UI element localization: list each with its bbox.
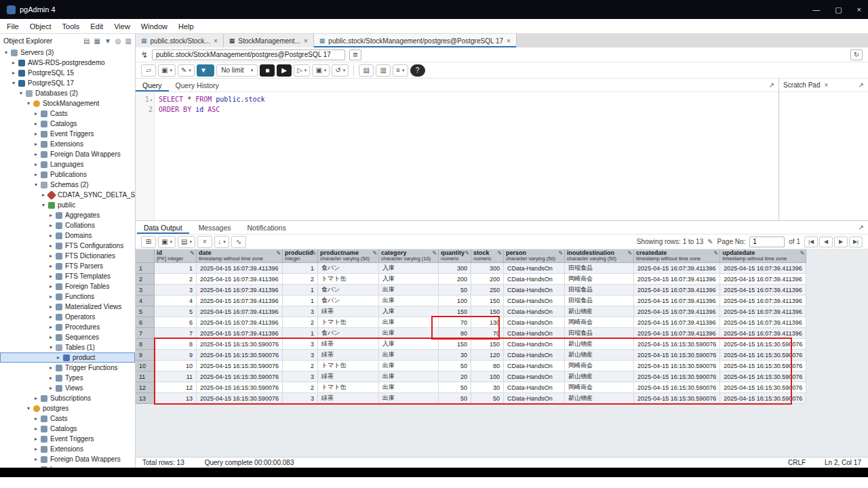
table-cell[interactable]: CData-HandsOn (504, 285, 565, 296)
expander-icon[interactable]: ▸ (33, 169, 39, 180)
execute-button[interactable]: ▶ (277, 64, 292, 77)
table-cell[interactable]: 田端食品 (565, 296, 634, 306)
expander-icon[interactable]: ▸ (47, 251, 54, 261)
table-cell[interactable]: 2025-04-15 16:07:39.411396 (634, 328, 720, 339)
table-cell[interactable]: 2025-04-15 16:15:30.590076 (197, 339, 283, 350)
reload-button[interactable]: ↻ (850, 49, 863, 60)
expander-icon[interactable]: ▸ (33, 424, 39, 434)
expand-editor-icon[interactable]: ↗ (769, 81, 774, 89)
tree-item-domains[interactable]: ▸Domains (0, 230, 135, 241)
sql-editor[interactable]: 1▾2 SELECT * FROM public.stockORDER BY i… (136, 92, 778, 220)
edit-column-icon[interactable]: ✎ (465, 251, 469, 256)
server-icon[interactable]: ▤ (83, 37, 90, 45)
table-cell[interactable]: 100 (471, 371, 504, 382)
column-header-productid[interactable]: productidinteger✎ (283, 249, 318, 263)
menu-help[interactable]: Help (178, 22, 194, 30)
help-button[interactable]: ? (410, 64, 425, 77)
expander-icon[interactable]: ▸ (33, 444, 39, 454)
expander-icon[interactable]: ▸ (33, 434, 39, 444)
filter-icon[interactable]: ▼ (104, 37, 111, 45)
tree-item-collations[interactable]: ▸Collations (0, 220, 135, 230)
filter-button[interactable]: ▼▾ (197, 64, 214, 77)
table-cell[interactable]: 緑茶 (318, 371, 379, 382)
table-cell[interactable]: 11 (155, 371, 197, 382)
tree-item-views[interactable]: ▸Views (0, 383, 135, 393)
column-header-createdate[interactable]: createdatetimestamp without time zone✎ (634, 249, 720, 263)
scratch-pad-input[interactable] (779, 92, 868, 220)
next-page-button[interactable]: ▶ (834, 237, 848, 247)
expander-icon[interactable]: ▸ (40, 190, 47, 200)
table-cell[interactable]: 150 (471, 339, 504, 350)
prev-page-button[interactable]: ◀ (819, 237, 833, 247)
table-cell[interactable]: CData-HandsOn (504, 361, 565, 371)
expander-icon[interactable]: ▾ (47, 342, 54, 352)
tree-item-foreign-tables[interactable]: ▸Foreign Tables (0, 281, 135, 291)
tree-item-databases-2[interactable]: ▾Databases (2) (0, 88, 135, 98)
tree-item-fts-configurations[interactable]: ▸FTS Configurations (0, 241, 135, 251)
expander-icon[interactable]: ▸ (33, 129, 39, 139)
row-number[interactable]: 9 (136, 350, 155, 361)
stop-button[interactable]: ■ (260, 64, 275, 77)
expander-icon[interactable]: ▸ (47, 332, 54, 342)
pencil-icon[interactable]: ✎ (707, 238, 713, 245)
table-cell[interactable]: CData-HandsOn (504, 350, 565, 361)
menu-view[interactable]: View (114, 22, 130, 30)
expander-icon[interactable]: ▾ (40, 200, 47, 210)
row-number[interactable]: 2 (136, 274, 155, 285)
tree-item-event-triggers[interactable]: ▸Event Triggers (0, 434, 135, 444)
tree-item-procedures[interactable]: ▸Procedures (0, 322, 135, 332)
expand-results-icon[interactable]: ↗ (859, 224, 864, 231)
table-cell[interactable]: 2025-04-15 16:07:39.411396 (720, 263, 806, 274)
table-cell[interactable]: 8 (155, 339, 197, 350)
tree-item-publications[interactable]: ▸Publications (0, 169, 135, 180)
expander-icon[interactable]: ▸ (47, 241, 54, 251)
table-cell[interactable]: 50 (439, 382, 471, 393)
tree-item-schemas-2[interactable]: ▾Schemas (2) (0, 180, 135, 190)
column-header-quantity[interactable]: quantitynumeric✎ (439, 249, 471, 263)
expander-icon[interactable]: ▸ (47, 373, 54, 383)
copy-button[interactable]: ▣▾ (158, 236, 176, 248)
table-cell[interactable]: 出庫 (379, 361, 439, 371)
table-cell[interactable]: 緑茶 (318, 393, 379, 404)
expander-icon[interactable]: ▸ (47, 302, 54, 312)
table-cell[interactable]: CData-HandsOn (504, 263, 565, 274)
minimize-button[interactable]: — (812, 5, 820, 14)
table-cell[interactable]: 2025-04-15 16:07:39.411396 (197, 263, 283, 274)
column-header-productname[interactable]: productnamecharacter varying (50)✎ (318, 249, 379, 263)
row-number[interactable]: 7 (136, 328, 155, 339)
close-icon[interactable]: × (507, 37, 511, 45)
table-cell[interactable]: 2025-04-15 16:07:39.411396 (197, 285, 283, 296)
table-cell[interactable]: CData-HandsOn (504, 328, 565, 339)
table-cell[interactable]: 1 (283, 263, 318, 274)
expander-icon[interactable]: ▸ (33, 464, 39, 468)
table-cell[interactable]: 田端食品 (565, 285, 634, 296)
table-cell[interactable]: 1 (283, 296, 318, 306)
table-cell[interactable]: 50 (439, 393, 471, 404)
table-cell[interactable]: 2025-04-15 16:07:39.411396 (720, 274, 806, 285)
edit-button[interactable]: ✎▾ (178, 64, 195, 77)
tree-item-fts-dictionaries[interactable]: ▸FTS Dictionaries (0, 251, 135, 261)
table-cell[interactable]: 13 (155, 393, 197, 404)
tree-item-event-triggers[interactable]: ▸Event Triggers (0, 129, 135, 139)
tree-item-postgres[interactable]: ▾postgres (0, 403, 135, 413)
table-cell[interactable]: 緑茶 (318, 339, 379, 350)
table-cell[interactable]: 130 (471, 317, 504, 328)
tree-item-tables-1[interactable]: ▾Tables (1) (0, 342, 135, 352)
table-cell[interactable]: 食パン (318, 263, 379, 274)
table-cell[interactable]: 3 (283, 306, 318, 317)
expander-icon[interactable]: ▸ (47, 220, 54, 230)
tab-query[interactable]: Query (136, 79, 169, 92)
table-cell[interactable]: 2025-04-15 16:07:39.411396 (634, 317, 720, 328)
expander-icon[interactable]: ▸ (47, 363, 54, 373)
table-cell[interactable]: 80 (439, 328, 471, 339)
table-cell[interactable]: CData-HandsOn (504, 339, 565, 350)
table-cell[interactable]: 2025-04-15 16:15:30.590076 (720, 339, 806, 350)
table-cell[interactable]: 出庫 (379, 393, 439, 404)
edit-column-icon[interactable]: ✎ (372, 251, 377, 256)
expander-icon[interactable]: ▸ (10, 58, 17, 68)
save-data-button[interactable]: ↓▾ (214, 236, 229, 248)
open-file-button[interactable]: ▱ (141, 64, 156, 77)
table-cell[interactable]: 30 (471, 382, 504, 393)
table-cell[interactable]: 入庫 (379, 306, 439, 317)
table-cell[interactable]: CData-HandsOn (504, 317, 565, 328)
